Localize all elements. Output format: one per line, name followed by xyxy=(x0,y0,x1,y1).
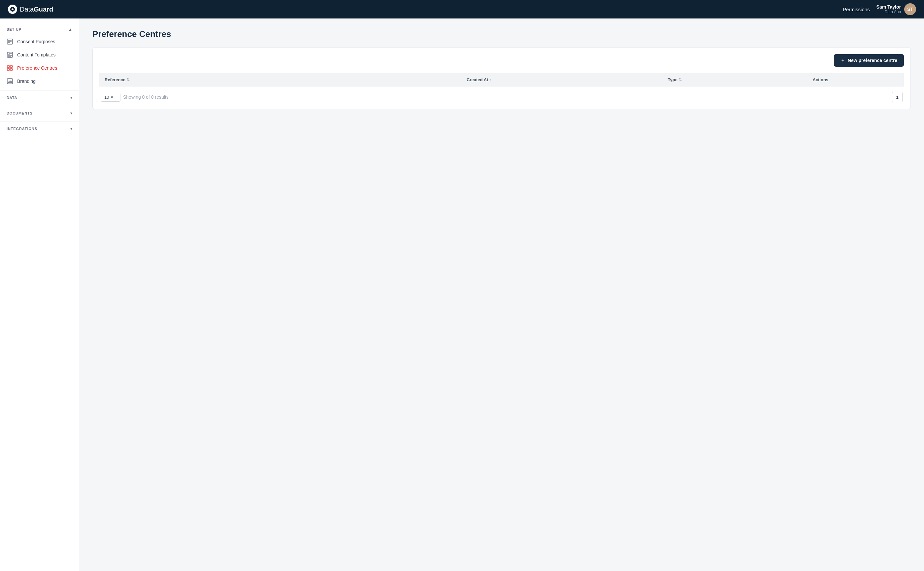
topnav-right: Permissions Sam Taylor Data App ST xyxy=(843,3,916,15)
th-actions: Actions xyxy=(807,73,904,86)
new-button-label: New preference centre xyxy=(848,58,897,63)
data-chevron-icon: ▾ xyxy=(70,96,72,100)
app-body: SET UP ▲ Consent Purposes xyxy=(0,19,924,571)
svg-rect-10 xyxy=(7,66,9,67)
table-header: Reference ⇅ Created At ↑ xyxy=(99,73,904,86)
sidebar-section-integrations: INTEGRATIONS ▾ xyxy=(0,123,79,134)
svg-rect-12 xyxy=(7,69,9,70)
preference-centres-table: Reference ⇅ Created At ↑ xyxy=(99,73,904,86)
branding-icon xyxy=(6,78,13,85)
reference-sort-icon: ⇅ xyxy=(127,77,130,82)
th-created-at-sort: Created At ↑ xyxy=(467,77,491,82)
card-toolbar: ＋ New preference centre xyxy=(99,54,904,67)
user-text: Sam Taylor Data App xyxy=(876,4,901,14)
svg-rect-11 xyxy=(10,66,12,67)
setup-section-title: SET UP xyxy=(6,28,22,31)
sidebar-item-branding[interactable]: Branding xyxy=(0,75,79,88)
sidebar-section-documents: DOCUMENTS ▾ xyxy=(0,108,79,119)
page-number-1[interactable]: 1 xyxy=(892,92,902,102)
documents-section-title: DOCUMENTS xyxy=(6,111,33,115)
user-name: Sam Taylor xyxy=(876,4,901,9)
page-size-value: 10 xyxy=(104,95,109,100)
svg-rect-14 xyxy=(7,79,12,84)
sidebar-section-header-setup[interactable]: SET UP ▲ xyxy=(0,24,79,35)
app-logo: DataGuard xyxy=(8,5,53,14)
integrations-chevron-icon: ▾ xyxy=(70,127,72,131)
permissions-link[interactable]: Permissions xyxy=(843,6,870,12)
sidebar-item-content-templates[interactable]: Content Templates xyxy=(0,48,79,62)
content-templates-icon xyxy=(6,51,13,58)
th-type[interactable]: Type ⇅ xyxy=(663,73,808,86)
branding-label: Branding xyxy=(17,79,35,84)
sidebar-divider-3 xyxy=(0,122,79,122)
top-navigation: DataGuard Permissions Sam Taylor Data Ap… xyxy=(0,0,924,19)
sidebar-section-header-integrations[interactable]: INTEGRATIONS ▾ xyxy=(0,123,79,134)
svg-rect-6 xyxy=(8,53,9,54)
preference-centres-icon xyxy=(6,65,13,71)
new-preference-centre-button[interactable]: ＋ New preference centre xyxy=(834,54,904,67)
logo-text: DataGuard xyxy=(20,6,53,13)
type-sort-icon: ⇅ xyxy=(679,77,682,82)
th-created-at[interactable]: Created At ↑ xyxy=(461,73,663,86)
documents-chevron-icon: ▾ xyxy=(70,111,72,116)
setup-chevron-up-icon: ▲ xyxy=(68,27,72,32)
logo-icon xyxy=(8,5,17,14)
sidebar-item-preference-centres[interactable]: Preference Centres xyxy=(0,62,79,75)
consent-purposes-label: Consent Purposes xyxy=(17,39,55,44)
avatar[interactable]: ST xyxy=(904,3,916,15)
main-content: Preference Centres ＋ New preference cent… xyxy=(79,19,924,571)
sidebar-section-header-data[interactable]: DATA ▾ xyxy=(0,92,79,103)
pagination-row: 10 ▾ Showing 0 of 0 results 1 xyxy=(99,88,904,102)
page-size-select: 10 ▾ Showing 0 of 0 results xyxy=(101,93,169,102)
th-reference-sort: Reference ⇅ xyxy=(105,77,130,82)
th-reference[interactable]: Reference ⇅ xyxy=(99,73,461,86)
sidebar-item-consent-purposes[interactable]: Consent Purposes xyxy=(0,35,79,48)
plus-icon: ＋ xyxy=(841,57,845,63)
page-title: Preference Centres xyxy=(93,29,911,39)
svg-rect-13 xyxy=(10,69,12,70)
data-section-title: DATA xyxy=(6,96,17,100)
content-templates-label: Content Templates xyxy=(17,52,56,57)
sidebar-section-setup: SET UP ▲ Consent Purposes xyxy=(0,24,79,88)
table-header-row: Reference ⇅ Created At ↑ xyxy=(99,73,904,86)
sidebar-section-header-documents[interactable]: DOCUMENTS ▾ xyxy=(0,108,79,119)
sidebar-section-data: DATA ▾ xyxy=(0,92,79,103)
user-info: Sam Taylor Data App ST xyxy=(876,3,916,15)
sidebar-divider-1 xyxy=(0,90,79,91)
consent-purposes-icon xyxy=(6,38,13,45)
page-size-chevron-icon: ▾ xyxy=(111,95,113,100)
preference-centres-card: ＋ New preference centre Reference ⇅ xyxy=(93,47,911,109)
showing-text: Showing 0 of 0 results xyxy=(123,94,169,100)
created-at-sort-icon: ↑ xyxy=(489,78,491,82)
sidebar: SET UP ▲ Consent Purposes xyxy=(0,19,79,571)
user-role: Data App xyxy=(876,9,901,14)
page-size-dropdown[interactable]: 10 ▾ xyxy=(101,93,120,102)
preference-centres-label: Preference Centres xyxy=(17,65,57,71)
integrations-section-title: INTEGRATIONS xyxy=(6,127,37,131)
th-type-sort: Type ⇅ xyxy=(668,77,682,82)
